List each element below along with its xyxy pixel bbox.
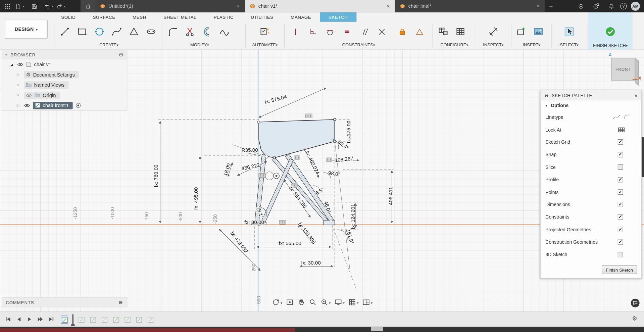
active-edit-radio-icon[interactable]	[76, 103, 81, 108]
zoom-tool[interactable]	[309, 298, 316, 306]
perpendicular-constraint-tool[interactable]	[304, 22, 321, 41]
automate-tool[interactable]	[256, 22, 274, 41]
tab-mesh[interactable]: MESH	[124, 12, 155, 22]
save-icon[interactable]	[29, 1, 39, 11]
close-tab-icon[interactable]: ×	[537, 3, 540, 9]
timeline-step-back-button[interactable]	[15, 314, 23, 324]
notifications-bell-icon[interactable]	[606, 1, 616, 11]
curve-tool[interactable]	[216, 22, 233, 41]
timeline-playhead[interactable]	[72, 314, 73, 325]
add-comment-icon[interactable]: ⊕	[118, 299, 123, 305]
new-tab-button[interactable]	[545, 0, 556, 12]
app-menu-icon[interactable]	[2, 1, 12, 11]
user-avatar[interactable]: AM	[631, 2, 640, 11]
timeline-feature-sketch[interactable]	[147, 316, 154, 324]
home-button[interactable]	[81, 0, 95, 12]
timeline-feature-sketch[interactable]	[135, 316, 143, 324]
timeline-feature-sketch[interactable]	[123, 316, 131, 324]
browser-item-chair-v1[interactable]: ◢ chair v1	[2, 59, 127, 69]
orbit-tool[interactable]	[272, 298, 282, 306]
view-cube-side-face[interactable]	[635, 58, 639, 86]
dock-palette-icon[interactable]: »	[635, 93, 637, 98]
minimize-browser-icon[interactable]: ⊖	[119, 51, 124, 57]
pan-tool[interactable]	[297, 298, 305, 306]
timeline-skip-end-button[interactable]	[47, 314, 55, 324]
checkbox-construction-geometries[interactable]	[618, 239, 623, 245]
extensions-icon[interactable]	[576, 1, 586, 11]
tab-sheet-metal[interactable]: SHEET METAL	[155, 12, 205, 22]
tab-plastic[interactable]: PLASTIC	[205, 12, 242, 22]
visibility-eye-icon[interactable]	[24, 103, 30, 107]
group-label-modify[interactable]: MODIFY	[164, 42, 235, 47]
polygon-constraint-tool[interactable]	[411, 22, 428, 41]
tab-utilities[interactable]: UTILITIES	[242, 12, 282, 22]
expand-icon[interactable]: ▷	[17, 83, 21, 87]
tab-sketch[interactable]: SKETCH	[320, 12, 356, 22]
select-tool[interactable]	[561, 22, 578, 41]
checkbox-constraints[interactable]	[618, 215, 623, 220]
file-menu-caret-icon[interactable]: ▾	[22, 4, 24, 8]
checkbox-profile[interactable]	[618, 177, 623, 182]
checkbox-points[interactable]	[618, 189, 623, 195]
workspace-selector[interactable]: DESIGN	[5, 20, 48, 39]
display-settings-tool[interactable]	[334, 298, 345, 306]
line-tool[interactable]	[56, 22, 73, 41]
tangent-constraint-tool[interactable]	[321, 22, 338, 41]
timeline-feature-sketch[interactable]	[78, 316, 85, 324]
visibility-eye-off-icon[interactable]	[26, 93, 32, 97]
browser-item-named-views[interactable]: ▷ Named Views	[2, 80, 127, 90]
group-label-create[interactable]: CREATE	[56, 42, 161, 47]
trim-tool[interactable]	[182, 22, 199, 41]
linetype-spline-icon[interactable]	[613, 114, 620, 120]
comment-bubble-button[interactable]	[631, 299, 640, 307]
view-cube-front-face[interactable]: FRONT	[611, 58, 635, 81]
status-scroll-thumb[interactable]	[371, 327, 383, 331]
redo-icon[interactable]	[54, 1, 64, 11]
group-label-configure[interactable]: CONFIGURE	[435, 42, 474, 47]
group-label-automate[interactable]: AUTOMATE	[247, 42, 283, 47]
configuration-table-tool[interactable]	[452, 22, 469, 41]
file-menu-icon[interactable]	[13, 1, 23, 11]
checkbox-sketch-grid[interactable]	[618, 140, 623, 145]
document-tab-chair-final[interactable]: chair final* ×	[395, 0, 545, 12]
polygon-tool[interactable]	[125, 22, 142, 41]
expand-icon[interactable]: ▷	[17, 93, 21, 97]
undo-caret-icon[interactable]: ▾	[52, 4, 53, 8]
timeline-settings-gear-icon[interactable]: ⚙	[632, 315, 637, 321]
equal-constraint-tool[interactable]	[338, 22, 355, 41]
palette-options-section[interactable]: ▼ Options	[541, 100, 641, 111]
timeline-feature-sketch[interactable]	[101, 316, 108, 324]
collapse-panel-icon[interactable]: «	[5, 52, 8, 56]
undo-icon[interactable]	[42, 1, 52, 11]
group-label-inspect[interactable]: INSPECT	[477, 42, 509, 47]
checkbox-projected-geometries[interactable]	[618, 227, 623, 232]
view-cube[interactable]: FRONT Z X	[606, 51, 644, 91]
timeline-step-forward-button[interactable]	[36, 314, 44, 324]
circle-tool[interactable]	[91, 22, 108, 41]
expand-icon[interactable]: ▷	[17, 73, 21, 77]
expand-icon[interactable]: ◢	[10, 62, 14, 66]
group-label-constraints[interactable]: CONSTRAINTS	[287, 42, 430, 47]
fix-lock-constraint-tool[interactable]	[393, 22, 410, 41]
timeline-play-button[interactable]	[26, 314, 34, 324]
offset-tool[interactable]	[199, 22, 216, 41]
rectangle-tool[interactable]	[73, 22, 91, 41]
fillet-tool[interactable]	[164, 22, 182, 41]
collapse-palette-icon[interactable]: ⊖	[544, 92, 549, 98]
grid-layout-tool[interactable]	[348, 298, 359, 306]
coincident-constraint-tool[interactable]	[287, 22, 304, 41]
tab-manage[interactable]: MANAGE	[282, 12, 320, 22]
help-icon[interactable]	[620, 3, 627, 10]
timeline-skip-start-button[interactable]	[4, 314, 12, 324]
group-label-finish-sketch[interactable]: FINISH SKETCH	[588, 43, 633, 48]
checkbox-snap[interactable]	[618, 152, 623, 157]
slot-tool[interactable]	[143, 22, 160, 41]
redo-caret-icon[interactable]: ▾	[64, 4, 65, 8]
measure-tool[interactable]	[485, 22, 502, 41]
group-label-insert[interactable]: INSERT	[512, 42, 550, 47]
browser-item-chair-front-sketch[interactable]: ▷ chair front:1	[2, 100, 127, 111]
finish-sketch-tool[interactable]	[602, 22, 619, 41]
timeline-feature-sketch-active[interactable]	[61, 316, 68, 324]
tab-solid[interactable]: SOLID	[53, 12, 84, 22]
browser-item-origin[interactable]: ▷ Origin	[2, 90, 127, 100]
